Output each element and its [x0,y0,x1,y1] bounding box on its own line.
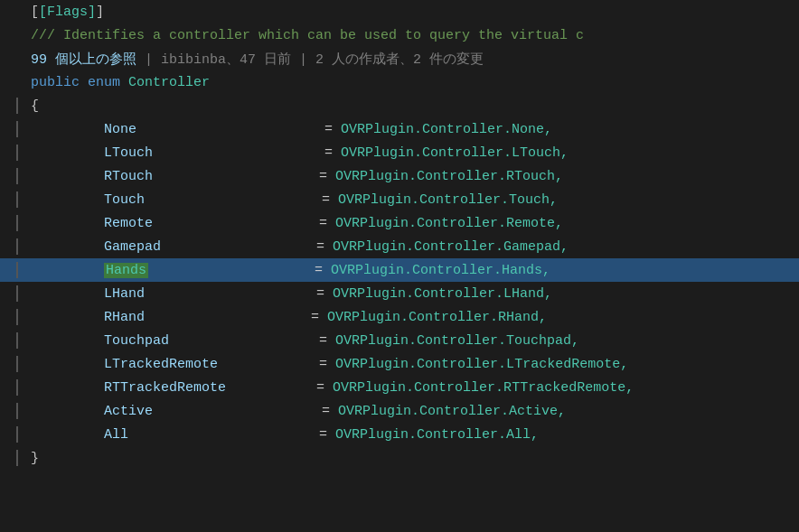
all-entry: All = OVRPlugin.Controller.All, [27,427,799,443]
line-open-brace: { [0,94,799,117]
line-ltouch: LTouch = OVRPlugin.Controller.LTouch, [0,141,799,164]
flags-attribute: [[Flags]] [27,5,799,20]
gutter-all [7,426,27,443]
gutter-open-brace [7,98,27,114]
lhand-operator: = [316,286,333,302]
ltouch-value: OVRPlugin.Controller.LTouch, [341,145,569,161]
ltouch-operator: = [324,145,341,161]
hands-name: Hands [104,263,148,278]
gutter-bar [16,356,18,372]
bracket-close: ] [96,5,104,20]
gutter-touchpad [7,332,27,349]
close-brace-char: } [31,451,39,466]
none-entry: None = OVRPlugin.Controller.None, [27,122,799,137]
gutter-bar-close [16,450,18,466]
line-enum-declaration: public enum Controller [0,70,799,94]
gutter-ltrackedremote [7,356,27,372]
ltouch-name: LTouch [104,145,153,161]
rtrackedremote-name: RTTrackedRemote [104,380,226,396]
line-remote: Remote = OVRPlugin.Controller.Remote, [0,211,799,235]
active-operator: = [322,404,338,419]
gutter-lhand [7,285,27,302]
gutter-touch [7,191,27,208]
keyword-public: public [31,75,80,90]
active-entry: Active = OVRPlugin.Controller.Active, [27,404,799,419]
gutter-bar [16,191,18,208]
lhand-name: LHand [104,286,145,302]
gutter-hands [7,262,27,278]
enum-name: Controller [128,75,210,90]
open-brace-char: { [31,98,39,114]
ref-details: | ibibinba、47 日前 | 2 人の作成者、2 件の変更 [136,52,484,68]
gutter-rhand [7,309,27,325]
ltrackedremote-operator: = [319,357,335,372]
line-active: Active = OVRPlugin.Controller.Active, [0,399,799,423]
line-lhand: LHand = OVRPlugin.Controller.LHand, [0,282,799,305]
touchpad-operator: = [319,333,335,349]
remote-value: OVRPlugin.Controller.Remote, [335,216,563,231]
active-name: Active [104,404,153,419]
gutter-gamepad [7,238,27,255]
line-comment: /// Identifies a controller which can be… [0,23,799,47]
keyword-enum: enum [88,75,120,90]
rhand-value: OVRPlugin.Controller.RHand, [327,310,547,325]
touch-value: OVRPlugin.Controller.Touch, [338,192,558,208]
line-hands: Hands = OVRPlugin.Controller.Hands, [0,258,799,282]
gutter-bar [16,309,18,325]
rhand-operator: = [311,310,327,325]
remote-name: Remote [104,216,153,231]
gutter-bar [16,121,18,137]
gamepad-name: Gamepad [104,239,161,255]
touchpad-entry: Touchpad = OVRPlugin.Controller.Touchpad… [27,333,799,349]
gutter-bar [16,332,18,349]
gutter-bar [16,262,18,278]
gutter-active [7,403,27,419]
ltrackedremote-value: OVRPlugin.Controller.LTrackedRemote, [335,357,628,372]
gutter-bar [16,98,18,114]
rtouch-value: OVRPlugin.Controller.RTouch, [335,169,563,184]
lhand-entry: LHand = OVRPlugin.Controller.LHand, [27,286,799,302]
code-editor: [[Flags]] /// Identifies a controller wh… [0,0,799,532]
line-all: All = OVRPlugin.Controller.All, [0,423,799,446]
hands-operator: = [315,263,331,278]
flags-keyword: [Flags] [39,5,96,20]
gutter-ltouch [7,145,27,161]
close-brace: } [27,451,799,466]
line-touchpad: Touchpad = OVRPlugin.Controller.Touchpad… [0,329,799,352]
hands-value: OVRPlugin.Controller.Hands, [331,263,550,278]
gutter-rtouch [7,168,27,184]
open-brace: { [27,98,799,114]
ref-info-text: 99 個以上の参照 | ibibinba、47 日前 | 2 人の作成者、2 件… [27,51,799,68]
all-name: All [104,427,128,443]
ltouch-entry: LTouch = OVRPlugin.Controller.LTouch, [27,145,799,161]
gamepad-operator: = [316,239,333,255]
hands-entry: Hands = OVRPlugin.Controller.Hands, [27,263,799,278]
gutter-remote [7,215,27,231]
gutter-close-brace [7,450,27,466]
line-rtrackedremote: RTTrackedRemote = OVRPlugin.Controller.R… [0,376,799,399]
enum-declaration: public enum Controller [27,75,799,90]
lhand-value: OVRPlugin.Controller.LHand, [333,286,552,302]
rtrackedremote-operator: = [316,380,333,396]
touchpad-name: Touchpad [104,333,169,349]
none-operator: = [324,122,341,137]
line-gamepad: Gamepad = OVRPlugin.Controller.Gamepad, [0,235,799,258]
line-ref-info: 99 個以上の参照 | ibibinba、47 日前 | 2 人の作成者、2 件… [0,47,799,70]
none-name: None [104,122,136,137]
rtouch-operator: = [319,169,335,184]
line-flags: [[Flags]] [0,0,799,23]
all-value: OVRPlugin.Controller.All, [335,427,539,443]
gutter-bar [16,426,18,443]
line-rhand: RHand = OVRPlugin.Controller.RHand, [0,305,799,329]
gutter-bar [16,168,18,184]
remote-entry: Remote = OVRPlugin.Controller.Remote, [27,216,799,231]
rtrackedremote-value: OVRPlugin.Controller.RTTrackedRemote, [333,380,634,396]
line-close-brace: } [0,446,799,470]
rhand-entry: RHand = OVRPlugin.Controller.RHand, [27,310,799,325]
ltrackedremote-entry: LTrackedRemote = OVRPlugin.Controller.LT… [27,357,799,372]
all-operator: = [319,427,335,443]
gutter-rtrackedremote [7,379,27,396]
line-rtouch: RTouch = OVRPlugin.Controller.RTouch, [0,164,799,188]
ltrackedremote-name: LTrackedRemote [104,357,218,372]
rtouch-name: RTouch [104,169,153,184]
